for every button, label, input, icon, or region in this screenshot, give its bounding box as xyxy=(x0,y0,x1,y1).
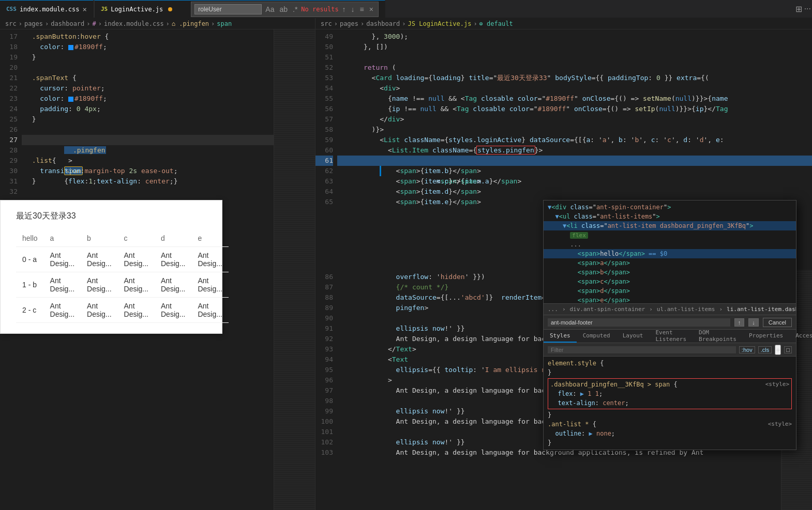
footer-down-btn[interactable]: ↓ xyxy=(748,318,759,327)
code-line: {name !== null && <Tag closable color="#… xyxy=(337,94,812,104)
table-row: 1 - b Ant Desig... Ant Desig... Ant Desi… xyxy=(16,272,229,298)
tab-left-css[interactable]: CSS index.module.css × xyxy=(0,0,94,18)
code-line: transition:margin-top 2s ease-out; xyxy=(22,166,274,176)
code-line: <List.Item className={styles.pingfen}> xyxy=(337,145,812,156)
find-in-files-btn[interactable]: ≡ xyxy=(358,5,366,13)
styles-line: text-align: center; xyxy=(550,398,789,408)
bc-dashboard: dashboard xyxy=(51,20,84,27)
tab-accessibility[interactable]: Accessibility xyxy=(789,330,812,343)
tab-bar: CSS index.module.css × JS LoginActive.js… xyxy=(0,0,812,18)
css-icon: CSS xyxy=(6,6,17,12)
bc-list-item[interactable]: li.ant-list-item.dashboard_pingfen_3KfBq xyxy=(727,306,796,313)
line-numbers-right-2: 86 87 88 89 90 91 92 93 94 95 96 97 98 9… xyxy=(315,270,337,510)
code-line: <span>{item.c}</span> xyxy=(337,176,812,187)
tab-left-filename: index.module.css xyxy=(20,6,80,13)
row-cell: Ant Desig... xyxy=(44,247,81,272)
devtools-tabs: Styles Computed Layout Event Listeners D… xyxy=(544,330,796,343)
regex-btn[interactable]: .* xyxy=(291,5,299,13)
bc2-js: JS LoginActive.js xyxy=(408,20,472,27)
tab-close-left[interactable]: × xyxy=(82,5,86,13)
tab-right-filename: LoginActive.js xyxy=(111,6,163,13)
styles-line: } xyxy=(548,368,792,377)
minimap-left xyxy=(274,29,315,510)
devtools-html-line: <span>c</span> xyxy=(544,277,796,286)
next-btn[interactable]: ↓ xyxy=(350,5,356,13)
editor-right: 49 50 51 52 53 54 55 56 57 58 59 60 61 6… xyxy=(315,29,812,510)
devtools-html-panel: ▼<div class="ant-spin-container"> ▼<ul c… xyxy=(544,200,796,304)
bc2-dashboard: dashboard xyxy=(366,20,400,27)
col-header-e: e xyxy=(191,230,228,247)
search-bar: Aa ab .* No results ↑ ↓ ≡ × xyxy=(191,2,379,17)
bc-span: span xyxy=(217,20,232,27)
code-line: return ( xyxy=(337,63,812,73)
row-cell: Ant Desig... xyxy=(118,298,155,323)
code-line-highlighted: <span>{item.a}</span> xyxy=(337,156,812,166)
filter-input[interactable] xyxy=(548,346,736,353)
case-sensitive-btn[interactable]: Aa xyxy=(264,5,276,13)
code-line: }, 3000); xyxy=(337,32,812,42)
code-line: </div> xyxy=(337,114,812,125)
preview-content: 最近30天登录33 hello a b c d e xyxy=(1,200,222,333)
more-icon[interactable]: ··· xyxy=(803,3,812,14)
row-cell: Ant Desig... xyxy=(81,298,117,323)
row-cell: Ant Desig... xyxy=(44,272,81,298)
tab-layout[interactable]: Layout xyxy=(616,330,650,343)
styles-line: flex: ▶ 1 1; xyxy=(550,389,789,398)
main-area: 17 18 19 20 21 22 23 24 25 26 27 28 29 3… xyxy=(0,29,812,510)
close-search-btn[interactable]: × xyxy=(368,5,375,13)
devtools-html-line-active[interactable]: ▼<li class="ant-list-item dashboard_ping… xyxy=(544,221,796,230)
styles-red-block: .dashboard_pingfen__3KfBq > span { <styl… xyxy=(548,378,792,409)
devtools-html-line-selected[interactable]: <span>hello</span> == $0 xyxy=(544,249,796,258)
filter-plus-btn[interactable]: + xyxy=(775,345,781,355)
modified-indicator xyxy=(168,7,172,11)
word-btn[interactable]: ab xyxy=(278,5,289,13)
bc-css-file: index.module.css xyxy=(104,20,164,27)
tab-right-js[interactable]: JS LoginActive.js Aa ab .* No results ↑ … xyxy=(94,0,385,18)
footer-up-btn[interactable]: ↑ xyxy=(734,318,745,327)
col-header-a: a xyxy=(44,230,81,247)
tab-bar-right: ⊞ ··· xyxy=(794,0,812,18)
bc2-src: src xyxy=(321,20,332,27)
filter-square-btn[interactable]: □ xyxy=(784,346,792,353)
row-cell: Ant Desig... xyxy=(118,247,155,272)
devtools-footer: ↑ ↓ Cancel xyxy=(544,315,796,330)
styles-line: .ant-list * { <style> xyxy=(548,420,792,429)
filter-cls-btn[interactable]: .cls xyxy=(758,346,772,353)
styles-line: } xyxy=(548,438,792,447)
code-line xyxy=(337,52,812,63)
layout-icon[interactable]: ⊞ xyxy=(794,3,803,15)
row-cell: Ant Desig... xyxy=(155,247,191,272)
row-cell: Ant Desig... xyxy=(81,247,117,272)
styles-line: element.style { xyxy=(548,359,792,368)
preview-title: 最近30天登录33 xyxy=(16,211,206,222)
devtools-html-line: ▼<div class="ant-spin-container"> xyxy=(544,203,796,212)
tab-event-listeners[interactable]: Event Listeners xyxy=(649,330,693,343)
row-key: 0 - a xyxy=(16,247,44,272)
line-numbers-right: 49 50 51 52 53 54 55 56 57 58 59 60 61 6… xyxy=(315,29,337,270)
code-line: <div> xyxy=(337,83,812,94)
row-key: 2 - c xyxy=(16,298,44,323)
bc2-pages: pages xyxy=(340,20,358,27)
styles-line: .dashboard_pingfen__3KfBq > span { <styl… xyxy=(550,380,789,389)
row-cell: Ant Desig... xyxy=(81,272,117,298)
row-key: 1 - b xyxy=(16,272,44,298)
tab-properties[interactable]: Properties xyxy=(743,330,789,343)
bc2-default: ⊕ default xyxy=(479,20,513,27)
footer-cancel-btn[interactable]: Cancel xyxy=(763,318,792,327)
row-cell: Ant Desig... xyxy=(191,272,228,298)
footer-search-input[interactable] xyxy=(548,318,730,327)
row-cell: Ant Desig... xyxy=(191,247,228,272)
breadcrumb-right: src › pages › dashboard › JS LoginActive… xyxy=(315,18,812,29)
search-input[interactable] xyxy=(194,4,262,14)
tab-dom-breakpoints[interactable]: DOM Breakpoints xyxy=(693,330,743,343)
code-line: padding: 0 4px; xyxy=(22,104,274,114)
tab-styles[interactable]: Styles xyxy=(544,330,577,343)
prev-btn[interactable]: ↑ xyxy=(341,5,348,13)
col-header-c: c xyxy=(118,230,155,247)
filter-hov-btn[interactable]: :hov xyxy=(739,346,755,353)
col-header-d: d xyxy=(155,230,191,247)
tab-computed[interactable]: Computed xyxy=(577,330,616,343)
bc-list-items: ul.ant-list-items xyxy=(657,306,715,313)
table-row: 0 - a Ant Desig... Ant Desig... Ant Desi… xyxy=(16,247,229,272)
code-line: .spanButton:hover { xyxy=(22,32,274,42)
